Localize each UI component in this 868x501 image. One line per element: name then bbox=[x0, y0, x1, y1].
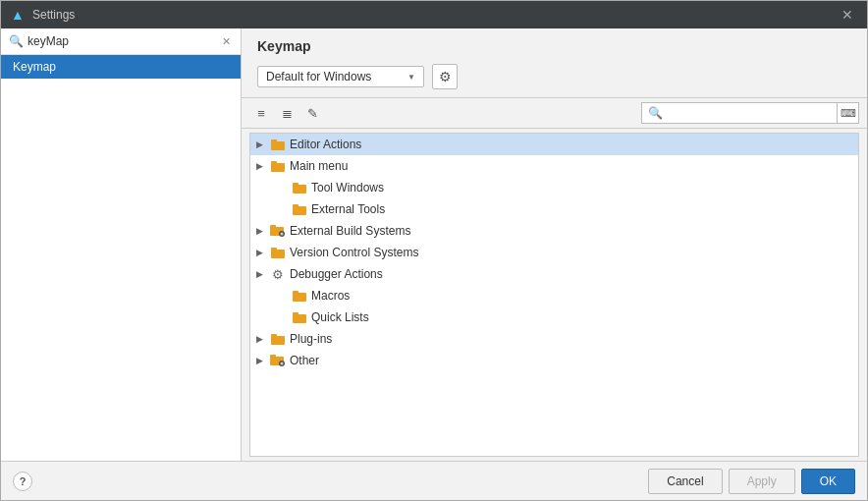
tree-item[interactable]: ▶ Tool Windows bbox=[250, 177, 858, 198]
svg-rect-9 bbox=[270, 225, 276, 228]
expand-all-button[interactable]: ≡ bbox=[249, 102, 273, 124]
svg-rect-4 bbox=[293, 185, 306, 194]
ok-button[interactable]: OK bbox=[801, 469, 855, 494]
svg-rect-6 bbox=[293, 206, 306, 215]
tree-item-label: External Tools bbox=[311, 202, 852, 216]
collapse-icon: ≣ bbox=[282, 106, 293, 121]
tree-item-label: Editor Actions bbox=[290, 138, 852, 151]
sidebar-items: Keymap bbox=[1, 55, 241, 461]
tree-item-label: Plug-ins bbox=[290, 332, 852, 346]
expand-all-icon: ≡ bbox=[257, 106, 265, 121]
dialog-footer: ? Cancel Apply OK bbox=[1, 461, 867, 500]
help-button[interactable]: ? bbox=[13, 472, 32, 491]
settings-dialog: ▲ Settings ✕ 🔍 ✕ Keymap Keymap bbox=[0, 0, 868, 501]
tree-item-label: Macros bbox=[311, 289, 852, 303]
svg-rect-12 bbox=[271, 250, 285, 258]
tree-item[interactable]: ▶ External Build Systems bbox=[250, 220, 858, 242]
tree-item[interactable]: ▶ Plug-ins bbox=[250, 328, 858, 350]
folder-icon bbox=[292, 180, 307, 195]
keymap-dropdown-value: Default for Windows bbox=[266, 70, 371, 84]
folder-icon bbox=[270, 331, 286, 347]
footer-left: ? bbox=[13, 472, 32, 491]
main-header: Keymap Default for Windows ▼ ⚙ bbox=[242, 28, 867, 98]
search-icon: 🔍 bbox=[9, 34, 24, 48]
tree-search-input[interactable] bbox=[641, 102, 838, 124]
app-icon: ▲ bbox=[11, 7, 27, 23]
tree-item-label: Version Control Systems bbox=[290, 246, 852, 259]
dialog-title: Settings bbox=[32, 8, 75, 22]
tree-item[interactable]: ▶ External Tools bbox=[250, 198, 858, 220]
tree-area: ▶ Editor Actions ▶ Main menu ▶ bbox=[249, 133, 859, 457]
svg-rect-7 bbox=[293, 204, 298, 207]
svg-rect-3 bbox=[271, 161, 277, 164]
chevron-right-icon: ▶ bbox=[256, 139, 270, 149]
svg-rect-18 bbox=[271, 336, 285, 345]
edit-icon: ✎ bbox=[307, 106, 318, 121]
main-panel: Keymap Default for Windows ▼ ⚙ ≡ ≣ bbox=[242, 28, 867, 461]
cancel-button[interactable]: Cancel bbox=[648, 469, 722, 494]
collapse-button[interactable]: ≣ bbox=[275, 102, 298, 124]
folder-icon bbox=[270, 137, 286, 152]
svg-rect-13 bbox=[271, 248, 277, 250]
tree-item-label: Main menu bbox=[290, 159, 852, 173]
toolbar: ≡ ≣ ✎ ⌨ bbox=[242, 98, 867, 129]
chevron-right-icon: ▶ bbox=[256, 269, 270, 279]
tree-item[interactable]: ▶ Macros bbox=[250, 285, 858, 306]
folder-gear-icon bbox=[270, 223, 286, 239]
apply-button[interactable]: Apply bbox=[729, 469, 795, 494]
svg-point-11 bbox=[281, 233, 284, 236]
keymap-controls: Default for Windows ▼ ⚙ bbox=[257, 64, 851, 89]
svg-rect-17 bbox=[293, 312, 298, 315]
sidebar: 🔍 ✕ Keymap bbox=[1, 28, 242, 461]
page-title: Keymap bbox=[257, 38, 851, 54]
svg-rect-0 bbox=[271, 141, 285, 150]
tree-item-label: Quick Lists bbox=[311, 310, 852, 324]
tree-item[interactable]: ▶ Editor Actions bbox=[250, 134, 858, 155]
chevron-right-icon: ▶ bbox=[256, 226, 270, 236]
tree-item-label: Tool Windows bbox=[311, 181, 852, 195]
svg-rect-1 bbox=[271, 139, 277, 142]
keymap-dropdown[interactable]: Default for Windows ▼ bbox=[257, 66, 424, 87]
svg-rect-16 bbox=[293, 314, 306, 323]
folder-gear-icon bbox=[270, 353, 286, 368]
close-button[interactable]: ✕ bbox=[838, 5, 857, 25]
chevron-right-icon: ▶ bbox=[256, 334, 270, 344]
chevron-down-icon: ▼ bbox=[407, 73, 415, 82]
folder-icon bbox=[292, 201, 307, 217]
tree-item[interactable]: ▶ Quick Lists bbox=[250, 306, 858, 328]
svg-rect-15 bbox=[293, 291, 298, 294]
sidebar-item-keymap[interactable]: Keymap bbox=[1, 55, 241, 79]
search-input[interactable] bbox=[27, 34, 220, 48]
chevron-right-icon: ▶ bbox=[256, 356, 270, 365]
tree-item-label: Other bbox=[290, 354, 852, 367]
svg-rect-2 bbox=[271, 163, 285, 172]
svg-rect-5 bbox=[293, 183, 298, 186]
chevron-right-icon: ▶ bbox=[256, 161, 270, 171]
search-clear-button[interactable]: ✕ bbox=[220, 35, 233, 48]
tree-item[interactable]: ▶ Main menu bbox=[250, 155, 858, 177]
folder-icon bbox=[270, 158, 286, 174]
edit-button[interactable]: ✎ bbox=[300, 102, 324, 124]
tree-item[interactable]: ▶ Other bbox=[250, 350, 858, 371]
tree-item[interactable]: ▶ Version Control Systems bbox=[250, 242, 858, 263]
title-bar: ▲ Settings ✕ bbox=[1, 1, 867, 28]
footer-right: Cancel Apply OK bbox=[648, 469, 855, 494]
search-bar: 🔍 ✕ bbox=[1, 28, 241, 55]
svg-rect-21 bbox=[270, 355, 276, 358]
tree-item-label: Debugger Actions bbox=[290, 267, 852, 281]
title-bar-left: ▲ Settings bbox=[11, 7, 75, 23]
tree-item-label: External Build Systems bbox=[290, 224, 852, 238]
svg-rect-19 bbox=[271, 334, 277, 337]
gear-icon: ⚙ bbox=[270, 266, 286, 282]
toolbar-search: ⌨ bbox=[641, 102, 859, 124]
chevron-right-icon: ▶ bbox=[256, 248, 270, 257]
keymap-gear-button[interactable]: ⚙ bbox=[432, 64, 458, 89]
folder-icon bbox=[292, 309, 307, 325]
shortcut-search-button[interactable]: ⌨ bbox=[838, 102, 859, 124]
dialog-body: 🔍 ✕ Keymap Keymap Default for Windows ▼ bbox=[1, 28, 867, 461]
folder-icon bbox=[292, 288, 307, 304]
sidebar-item-label: Keymap bbox=[13, 60, 56, 74]
svg-rect-14 bbox=[293, 293, 306, 302]
tree-item[interactable]: ▶ ⚙ Debugger Actions bbox=[250, 263, 858, 285]
svg-point-23 bbox=[281, 362, 284, 365]
